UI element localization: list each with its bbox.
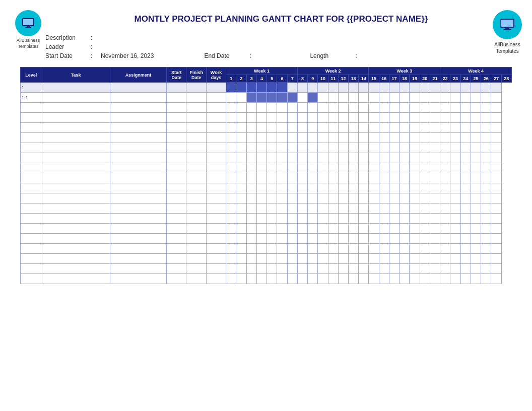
cell-day-1	[226, 173, 236, 183]
cell-day-21	[430, 153, 440, 163]
cell-day-27	[491, 274, 501, 284]
cell-day-8	[297, 133, 307, 143]
cell-assignment	[110, 183, 166, 193]
cell-level	[21, 163, 42, 173]
day-header-23: 23	[450, 75, 460, 83]
cell-day-27	[491, 224, 501, 234]
cell-task	[42, 123, 110, 133]
cell-day-4	[256, 143, 267, 153]
cell-day-21	[430, 193, 440, 203]
cell-day-3	[246, 183, 256, 193]
cell-day-8	[297, 234, 307, 244]
cell-day-22	[440, 103, 450, 113]
cell-day-23	[450, 173, 460, 183]
cell-day-4	[256, 83, 267, 93]
cell-assignment	[110, 193, 166, 203]
cell-day-15	[369, 214, 379, 224]
cell-day-9	[308, 153, 318, 163]
cell-day-5	[267, 214, 277, 224]
cell-day-12	[338, 244, 348, 254]
table-row	[21, 103, 512, 113]
cell-day-27	[491, 214, 501, 224]
cell-assignment	[110, 93, 166, 103]
cell-day-13	[349, 163, 359, 173]
cell-day-13	[349, 153, 359, 163]
cell-day-25	[471, 193, 481, 203]
cell-day-17	[389, 163, 399, 173]
cell-day-21	[430, 93, 440, 103]
cell-day-2	[236, 123, 246, 133]
cell-day-17	[389, 83, 399, 93]
cell-day-16	[379, 274, 389, 284]
cell-day-6	[277, 173, 287, 183]
cell-day-3	[246, 254, 256, 264]
cell-day-2	[236, 234, 246, 244]
cell-day-22	[440, 274, 450, 284]
cell-day-5	[267, 113, 277, 123]
cell-day-14	[359, 234, 369, 244]
cell-day-17	[389, 173, 399, 183]
cell-start-date	[167, 244, 186, 254]
cell-day-12	[338, 214, 348, 224]
cell-day-27	[491, 183, 501, 193]
day-header-17: 17	[389, 75, 399, 83]
cell-day-27	[491, 103, 501, 113]
cell-day-12	[338, 234, 348, 244]
cell-day-14	[359, 153, 369, 163]
cell-day-26	[481, 234, 491, 244]
cell-day-11	[328, 183, 338, 193]
cell-day-9	[308, 224, 318, 234]
col-work-days: Work days	[206, 67, 226, 83]
cell-day-21	[430, 113, 440, 123]
cell-day-16	[379, 83, 389, 93]
cell-day-20	[420, 254, 430, 264]
day-header-28: 28	[501, 75, 511, 83]
table-row	[21, 143, 512, 153]
cell-day-20	[420, 264, 430, 274]
cell-level	[21, 193, 42, 203]
day-header-6: 6	[277, 75, 287, 83]
cell-day-21	[430, 123, 440, 133]
cell-work-days	[206, 133, 226, 143]
cell-day-24	[460, 203, 471, 214]
cell-day-12	[338, 93, 348, 103]
cell-day-16	[379, 113, 389, 123]
cell-day-9	[308, 163, 318, 173]
cell-assignment	[110, 254, 166, 264]
cell-day-16	[379, 103, 389, 113]
cell-day-8	[297, 183, 307, 193]
cell-day-1	[226, 153, 236, 163]
end-date-colon: :	[249, 52, 259, 59]
cell-day-2	[236, 163, 246, 173]
cell-day-19	[410, 103, 420, 113]
col-level: Level	[21, 67, 42, 83]
table-row	[21, 264, 512, 274]
cell-day-18	[400, 113, 410, 123]
cell-day-22	[440, 143, 450, 153]
cell-day-2	[236, 224, 246, 234]
cell-day-11	[328, 143, 338, 153]
cell-day-8	[297, 113, 307, 123]
cell-day-9	[308, 214, 318, 224]
cell-day-4	[256, 93, 267, 103]
cell-day-23	[450, 153, 460, 163]
col-week2: Week 2	[297, 67, 369, 75]
cell-day-8	[297, 214, 307, 224]
day-header-24: 24	[460, 75, 471, 83]
cell-day-24	[460, 83, 471, 93]
cell-day-5	[267, 254, 277, 264]
cell-day-19	[410, 203, 420, 214]
cell-day-2	[236, 173, 246, 183]
cell-day-3	[246, 173, 256, 183]
cell-day-9	[308, 103, 318, 113]
cell-start-date	[167, 113, 186, 123]
cell-day-13	[349, 83, 359, 93]
cell-day-8	[297, 163, 307, 173]
cell-day-12	[338, 153, 348, 163]
cell-finish-date	[186, 183, 206, 193]
cell-day-6	[277, 83, 287, 93]
cell-day-1	[226, 234, 236, 244]
cell-start-date	[167, 193, 186, 203]
cell-work-days	[206, 153, 226, 163]
cell-day-24	[460, 123, 471, 133]
